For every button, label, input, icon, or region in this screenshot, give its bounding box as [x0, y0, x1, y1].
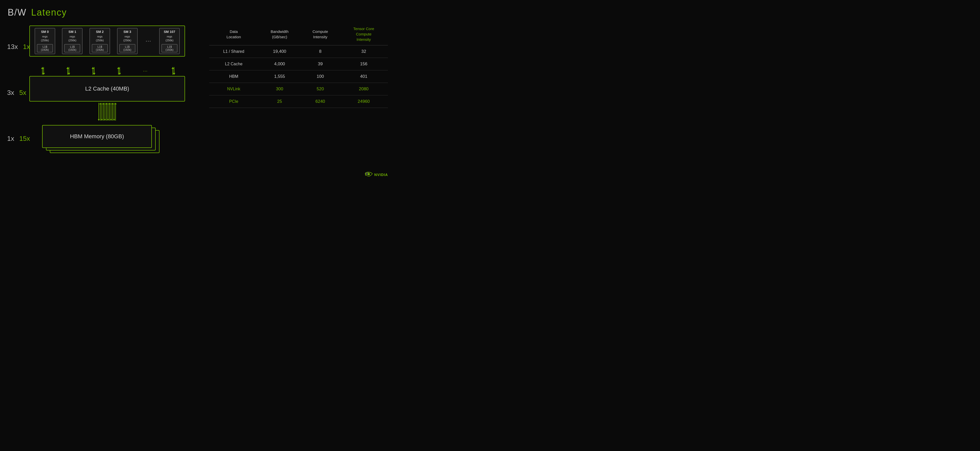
col-header-location: DataLocation — [209, 23, 258, 45]
table-area: DataLocation Bandwidth(GB/sec) ComputeIn… — [209, 23, 388, 108]
nvidia-eye-icon — [365, 172, 373, 178]
table-cell-4-1: 25 — [258, 95, 301, 108]
sm-row: SM 0 regs(256k) L1$(192k) SM 1 regs(256k… — [32, 28, 183, 54]
l2-cache-box: L2 Cache (40MB) — [29, 76, 185, 102]
table-cell-3-0: NVLink — [209, 83, 258, 95]
sm-3-l1: L1$(192k) — [119, 44, 135, 52]
sm-2-regs: regs(256k) — [92, 35, 108, 43]
sm-section: SM 0 regs(256k) L1$(192k) SM 1 regs(256k… — [29, 25, 185, 57]
table-cell-2-2: 100 — [301, 70, 340, 83]
sm-2-title: SM 2 — [92, 30, 108, 34]
sm-box-2: SM 2 regs(256k) L1$(192k) — [89, 28, 110, 54]
sm-box-1: SM 1 regs(256k) L1$(192k) — [62, 28, 83, 54]
table-row-1: L2 Cache4,00039156 — [209, 58, 388, 70]
table-row-3: NVLink3005202080 — [209, 83, 388, 95]
hbm-label: HBM Memory (80GB) — [70, 133, 124, 140]
table-cell-3-1: 300 — [258, 83, 301, 95]
sm-box-107: SM 107 regs(256k) L1$(192k) — [159, 28, 180, 54]
sm-3-title: SM 3 — [119, 30, 135, 34]
sm-107-title: SM 107 — [162, 30, 177, 34]
sm-0-title: SM 0 — [37, 30, 53, 34]
arrow-dots: ⋯ — [142, 68, 149, 74]
svg-point-0 — [368, 173, 370, 175]
table-cell-4-3: 24960 — [339, 95, 388, 108]
bw-13x: 13x — [7, 43, 18, 51]
header: B/W Latency — [8, 7, 67, 18]
arrow-down-4 — [174, 67, 174, 75]
vline-8 — [109, 103, 110, 121]
table-cell-3-3: 2080 — [339, 83, 388, 95]
table-cell-0-2: 8 — [301, 45, 340, 58]
vline-10 — [112, 103, 113, 121]
bw-3x: 3x — [7, 89, 14, 97]
table-cell-1-3: 156 — [339, 58, 388, 70]
table-cell-3-2: 520 — [301, 83, 340, 95]
row-label-sm: 13x 1x — [7, 43, 30, 51]
table-row-4: PCIe25624024960 — [209, 95, 388, 108]
table-row-2: HBM1,555100401 — [209, 70, 388, 83]
arrow-pair-3 — [116, 67, 120, 75]
vlines-l2-hbm — [99, 103, 116, 121]
nvidia-brand-text: NVIDIA — [374, 173, 388, 177]
table-cell-2-1: 1,555 — [258, 70, 301, 83]
col-header-compute: ComputeIntensity — [301, 23, 340, 45]
sm-3-regs: regs(256k) — [119, 35, 135, 43]
bw-1x: 1x — [7, 135, 14, 143]
sm-107-l1: L1$(192k) — [162, 44, 177, 52]
table-cell-1-1: 4,000 — [258, 58, 301, 70]
table-header-row: DataLocation Bandwidth(GB/sec) ComputeIn… — [209, 23, 388, 45]
table-cell-0-0: L1 / Shared — [209, 45, 258, 58]
vline-9 — [111, 103, 111, 121]
hbm-main-box: HBM Memory (80GB) — [42, 125, 152, 148]
arrow-pair-0 — [40, 67, 44, 75]
vline-5 — [105, 103, 105, 121]
hbm-section: HBM Memory (80GB) — [42, 125, 152, 151]
table-cell-1-0: L2 Cache — [209, 58, 258, 70]
data-table: DataLocation Bandwidth(GB/sec) ComputeIn… — [209, 23, 388, 108]
table-cell-2-3: 401 — [339, 70, 388, 83]
table-cell-4-2: 6240 — [301, 95, 340, 108]
arrow-down-0 — [43, 67, 44, 75]
vline-6 — [106, 103, 107, 121]
vline-1 — [99, 103, 99, 121]
vline-3 — [102, 103, 102, 121]
arrow-down-3 — [119, 67, 120, 75]
table-cell-0-1: 19,400 — [258, 45, 301, 58]
vline-7 — [108, 103, 108, 121]
sm-1-regs: regs(256k) — [64, 35, 80, 43]
latency-1x: 1x — [23, 43, 30, 51]
sm-1-title: SM 1 — [64, 30, 80, 34]
arrow-pair-2 — [91, 67, 94, 75]
arrow-down-1 — [68, 67, 69, 75]
row-label-hbm: 1x 15x — [7, 135, 30, 143]
hbm-box: HBM Memory (80GB) — [42, 125, 152, 151]
sm-0-regs: regs(256k) — [37, 35, 53, 43]
diagram-area: 13x 1x 3x 5x 1x 15x SM 0 regs(256k) L1$(… — [5, 21, 197, 171]
sm-box-3: SM 3 regs(256k) L1$(192k) — [117, 28, 138, 54]
row-label-l2: 3x 5x — [7, 89, 26, 97]
arrow-pair-4 — [170, 67, 174, 75]
arrow-pair-1 — [65, 67, 69, 75]
latency-label: Latency — [31, 7, 67, 18]
table-cell-0-3: 32 — [339, 45, 388, 58]
vline-2 — [100, 103, 100, 121]
sm-0-l1: L1$(192k) — [37, 44, 53, 52]
col-header-tensor: Tensor CoreComputeIntensity — [339, 23, 388, 45]
arrow-down-2 — [94, 67, 94, 75]
sm-ellipsis: ⋯ — [145, 28, 152, 54]
sm-107-regs: regs(256k) — [162, 35, 177, 43]
table-row-0: L1 / Shared19,400832 — [209, 45, 388, 58]
table-cell-4-0: PCIe — [209, 95, 258, 108]
table-cell-1-2: 39 — [301, 58, 340, 70]
col-header-bandwidth: Bandwidth(GB/sec) — [258, 23, 301, 45]
latency-15x: 15x — [19, 135, 30, 143]
latency-5x: 5x — [19, 89, 26, 97]
vline-11 — [114, 103, 115, 121]
table-cell-2-0: HBM — [209, 70, 258, 83]
table-body: L1 / Shared19,400832L2 Cache4,00039156HB… — [209, 45, 388, 108]
bw-label: B/W — [8, 7, 27, 18]
sm-1-l1: L1$(192k) — [64, 44, 80, 52]
sm-box-0: SM 0 regs(256k) L1$(192k) — [35, 28, 55, 54]
l2-cache-label: L2 Cache (40MB) — [85, 86, 129, 92]
sm-2-l1: L1$(192k) — [92, 44, 108, 52]
